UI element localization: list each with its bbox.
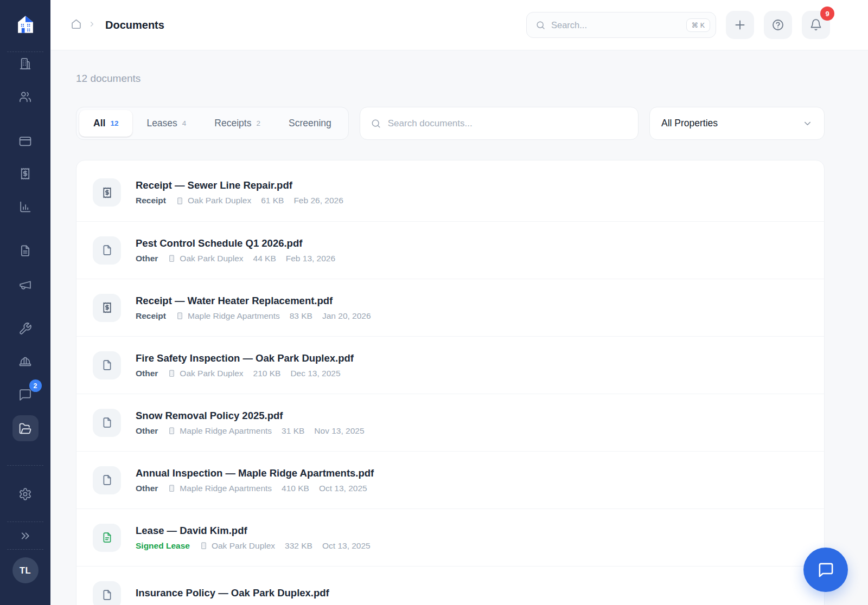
document-type-label: Other	[136, 426, 158, 436]
global-search-input[interactable]	[551, 20, 681, 30]
global-search[interactable]: ⌘ K	[526, 12, 716, 38]
document-row[interactable]: Fire Safety Inspection — Oak Park Duplex…	[76, 336, 824, 394]
sidebar-item-messages[interactable]: 2	[12, 382, 39, 408]
document-type-icon	[93, 524, 121, 552]
property-filter-select[interactable]: All Properties	[649, 107, 825, 140]
notifications-button[interactable]: 9	[802, 11, 830, 39]
help-icon	[771, 18, 784, 31]
user-avatar[interactable]: TL	[12, 557, 39, 583]
document-row[interactable]: Snow Removal Policy 2025.pdf Other Maple…	[76, 394, 824, 451]
document-row[interactable]: Annual Inspection — Maple Ridge Apartmen…	[76, 451, 824, 509]
document-type-icon	[93, 466, 121, 494]
document-property: Oak Park Duplex	[168, 369, 243, 378]
document-date: Oct 13, 2025	[322, 541, 371, 551]
document-size: 61 KB	[261, 196, 284, 205]
tab-leases[interactable]: Leases 4	[132, 110, 200, 137]
document-date: Dec 13, 2025	[290, 369, 340, 378]
documents-count: 12 documents	[76, 73, 825, 85]
filter-tabs: All 12 Leases 4 Receipts 2 Screening	[76, 107, 349, 140]
document-row[interactable]: Lease — David Kim.pdf Signed Lease Oak P…	[76, 509, 824, 566]
bell-icon	[809, 18, 822, 31]
sidebar-item-contractors[interactable]	[12, 349, 39, 375]
sidebar-item-properties[interactable]	[12, 50, 39, 76]
sidebar-item-settings[interactable]	[12, 481, 39, 507]
document-type-label: Receipt	[136, 311, 166, 321]
tab-label: Leases	[146, 118, 177, 129]
document-info: Receipt — Sewer Line Repair.pdf Receipt …	[136, 179, 343, 205]
hard-hat-icon	[18, 355, 32, 369]
building-icon	[176, 197, 184, 205]
document-row[interactable]: Receipt — Sewer Line Repair.pdf Receipt …	[76, 164, 824, 221]
signed-lease-icon	[101, 531, 113, 544]
document-meta: Signed Lease Oak Park Duplex 332 KB Oct …	[136, 541, 371, 551]
documents-toolbar: All 12 Leases 4 Receipts 2 Screening All…	[76, 107, 825, 140]
document-property: Oak Park Duplex	[176, 196, 251, 205]
document-type-label: Receipt	[136, 196, 166, 205]
bar-chart-icon	[18, 200, 32, 214]
document-size: 210 KB	[253, 369, 281, 378]
add-button[interactable]	[726, 11, 754, 39]
document-property-name: Maple Ridge Apartments	[180, 426, 272, 436]
page-title: Documents	[105, 19, 164, 31]
document-info: Pest Control Schedule Q1 2026.pdf Other …	[136, 237, 335, 263]
home-icon[interactable]	[71, 18, 82, 32]
building-icon	[168, 484, 176, 492]
documents-list: Receipt — Sewer Line Repair.pdf Receipt …	[76, 160, 825, 605]
chevron-down-icon	[802, 118, 813, 128]
messages-badge: 2	[29, 379, 42, 392]
sidebar-item-expenses[interactable]	[12, 160, 39, 186]
tab-screening[interactable]: Screening	[275, 110, 346, 137]
document-size: 332 KB	[285, 541, 312, 551]
document-title: Receipt — Sewer Line Repair.pdf	[136, 179, 343, 191]
document-type-icon	[93, 409, 121, 437]
document-row[interactable]: Pest Control Schedule Q1 2026.pdf Other …	[76, 221, 824, 279]
building-icon	[168, 254, 176, 262]
document-type-icon	[93, 236, 121, 265]
document-meta: Other Maple Ridge Apartments 410 KB Oct …	[136, 484, 374, 493]
documents-search-input[interactable]	[388, 118, 628, 129]
sidebar-item-payments[interactable]	[12, 128, 39, 154]
tab-all[interactable]: All 12	[79, 110, 132, 137]
megaphone-icon	[18, 278, 32, 292]
help-button[interactable]	[764, 11, 792, 39]
document-type-icon	[93, 294, 121, 322]
sidebar-item-maintenance[interactable]	[12, 316, 39, 342]
building-icon	[168, 427, 176, 435]
top-header: Documents ⌘ K 9	[50, 0, 868, 50]
document-property: Maple Ridge Apartments	[176, 311, 280, 321]
document-property-name: Maple Ridge Apartments	[188, 311, 280, 321]
document-meta: Receipt Oak Park Duplex 61 KB Feb 26, 20…	[136, 196, 343, 205]
document-size: 31 KB	[282, 426, 304, 436]
document-info: Snow Removal Policy 2025.pdf Other Maple…	[136, 410, 365, 436]
sidebar-item-leases[interactable]	[12, 237, 39, 263]
chevron-right-icon	[88, 20, 96, 30]
sidebar-item-reports[interactable]	[12, 194, 39, 220]
sidebar-item-documents[interactable]	[12, 415, 39, 441]
property-filter-value: All Properties	[661, 118, 718, 129]
search-shortcut-kbd: ⌘ K	[686, 18, 710, 32]
document-info: Receipt — Water Heater Replacement.pdf R…	[136, 295, 371, 321]
app-logo-house-icon[interactable]	[13, 12, 38, 37]
document-type-icon	[93, 581, 121, 605]
sidebar-item-announcements[interactable]	[12, 272, 39, 298]
file-text-icon	[18, 244, 32, 258]
document-row[interactable]: Insurance Policy — Oak Park Duplex.pdf	[76, 566, 824, 605]
document-date: Nov 13, 2025	[314, 426, 364, 436]
document-date: Feb 13, 2026	[286, 254, 335, 263]
search-icon	[371, 118, 381, 129]
document-row[interactable]: Receipt — Water Heater Replacement.pdf R…	[76, 279, 824, 336]
document-property: Oak Park Duplex	[168, 254, 243, 263]
chat-fab[interactable]	[803, 548, 848, 592]
sidebar-item-people[interactable]	[12, 83, 39, 110]
sidebar-collapse-button[interactable]	[12, 523, 39, 549]
wrench-icon	[18, 322, 32, 336]
sidebar: 2 TL	[0, 0, 50, 605]
building-icon	[200, 542, 208, 550]
search-icon	[535, 20, 546, 30]
tab-count: 2	[256, 119, 260, 127]
documents-search[interactable]	[360, 107, 639, 140]
document-title: Snow Removal Policy 2025.pdf	[136, 410, 365, 422]
document-date: Feb 26, 2026	[293, 196, 343, 205]
document-property-name: Oak Park Duplex	[180, 254, 243, 263]
tab-receipts[interactable]: Receipts 2	[200, 110, 275, 137]
